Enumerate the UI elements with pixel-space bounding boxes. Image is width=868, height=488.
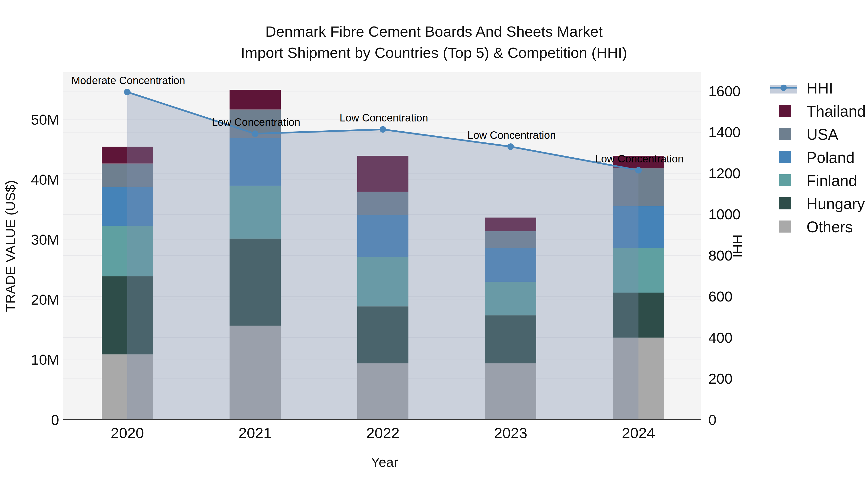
legend-label-hungary: Hungary	[807, 195, 865, 213]
hhi-marker-2021[interactable]	[252, 130, 258, 137]
chart-canvas: 010M20M30M40M50M020040060080010001200140…	[0, 0, 868, 488]
y-right-tick-1400: 1400	[708, 124, 740, 140]
legend-item-thailand[interactable]: Thailand	[779, 103, 866, 120]
y-right-tick-600: 600	[708, 289, 733, 304]
y-right-tick-800: 800	[708, 248, 733, 264]
annotation-2022: Low Concentration	[340, 112, 428, 124]
annotation-2024: Low Concentration	[595, 153, 684, 165]
hhi-marker-2023[interactable]	[507, 143, 514, 150]
x-axis-title: Year	[371, 455, 398, 470]
y-right-tick-1200: 1200	[708, 165, 740, 182]
bar-segment-thailand-2021[interactable]	[229, 90, 281, 109]
legend-label-hhi: HHI	[807, 79, 833, 97]
legend-swatch-poland	[779, 151, 791, 163]
legend-item-hungary[interactable]: Hungary	[779, 195, 865, 213]
y-right-tick-1600: 1600	[708, 83, 740, 99]
y-left-axis-title: TRADE VALUE (US$)	[3, 180, 18, 312]
legend-item-usa[interactable]: USA	[779, 126, 838, 143]
y-left-tick-40M: 40M	[31, 171, 59, 188]
legend-item-hhi[interactable]: HHI	[770, 79, 833, 97]
hhi-marker-2020[interactable]	[124, 89, 131, 95]
annotation-2023: Low Concentration	[467, 129, 556, 141]
y-left-tick-20M: 20M	[31, 292, 59, 308]
x-tick-2020: 2020	[111, 425, 144, 441]
x-tick-2023: 2023	[494, 425, 527, 441]
annotation-2021: Low Concentration	[212, 116, 301, 128]
y-right-tick-200: 200	[708, 371, 733, 387]
x-tick-2021: 2021	[239, 425, 272, 441]
chart-figure: 010M20M30M40M50M020040060080010001200140…	[0, 0, 868, 488]
legend-label-thailand: Thailand	[807, 103, 866, 120]
legend-swatch-others	[779, 221, 791, 233]
legend-swatch-usa	[779, 128, 791, 140]
y-right-axis-title: HHI	[730, 234, 745, 258]
legend-item-poland[interactable]: Poland	[779, 149, 855, 166]
annotation-2020: Moderate Concentration	[71, 74, 185, 86]
legend-hhi-marker	[780, 85, 787, 91]
chart-title-line1: Denmark Fibre Cement Boards And Sheets M…	[265, 23, 602, 40]
y-right-tick-400: 400	[708, 330, 733, 346]
legend-label-others: Others	[807, 218, 853, 236]
legend-swatch-hungary	[779, 197, 791, 209]
y-left-tick-30M: 30M	[31, 232, 59, 248]
x-tick-2024: 2024	[622, 425, 655, 441]
y-left-tick-10M: 10M	[31, 352, 59, 368]
y-right-tick-1000: 1000	[708, 206, 740, 222]
legend-item-finland[interactable]: Finland	[779, 172, 857, 189]
legend-swatch-finland	[779, 174, 791, 186]
legend-item-others[interactable]: Others	[779, 218, 853, 236]
legend-label-finland: Finland	[807, 172, 857, 189]
chart-title-line2: Import Shipment by Countries (Top 5) & C…	[241, 44, 627, 61]
legend-label-usa: USA	[807, 126, 838, 143]
legend-swatch-thailand	[779, 105, 791, 117]
hhi-marker-2022[interactable]	[380, 126, 386, 133]
y-right-tick-0: 0	[708, 412, 716, 428]
hhi-marker-2024[interactable]	[635, 167, 642, 173]
y-left-tick-0: 0	[51, 412, 59, 428]
legend-label-poland: Poland	[807, 149, 855, 166]
y-left-tick-50M: 50M	[31, 111, 59, 128]
x-tick-2022: 2022	[366, 425, 400, 441]
